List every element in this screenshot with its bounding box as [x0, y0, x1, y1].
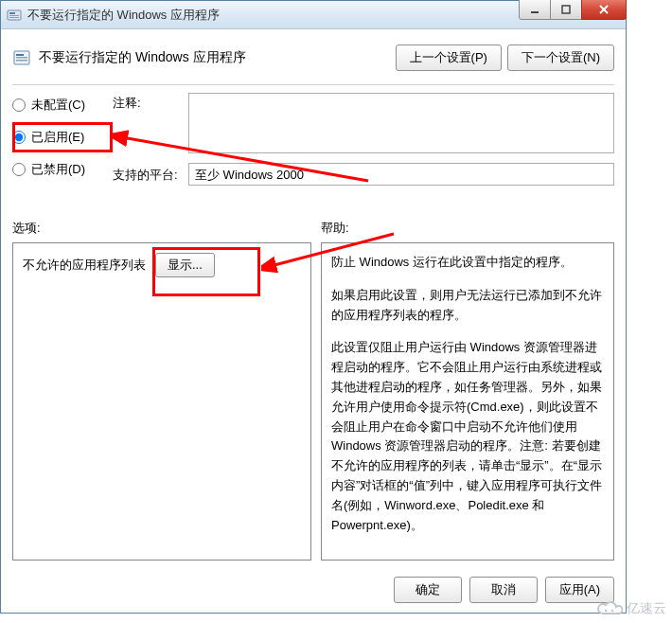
platform-label: 支持的平台: [113, 165, 181, 184]
panes: 不允许的应用程序列表 显示... 防止 Windows 运行在此设置中指定的程序… [12, 242, 614, 561]
supported-platform: 至少 Windows 2000 [188, 163, 614, 186]
radio-disabled[interactable]: 已禁用(D) [12, 161, 113, 178]
cancel-button[interactable]: 取消 [469, 577, 538, 603]
section-labels: 选项: 帮助: [12, 220, 614, 237]
nav-buttons: 上一个设置(P) 下一个设置(N) [396, 44, 614, 71]
svg-rect-9 [16, 54, 24, 56]
svg-rect-2 [9, 15, 19, 16]
platform-row: 支持的平台: 至少 Windows 2000 [113, 163, 614, 186]
help-pane: 防止 Windows 运行在此设置中指定的程序。 如果启用此设置，则用户无法运行… [321, 242, 614, 561]
client-area: 不要运行指定的 Windows 应用程序 上一个设置(P) 下一个设置(N) 未… [1, 29, 626, 570]
radio-not-configured-input[interactable] [12, 98, 26, 112]
window-title: 不要运行指定的 Windows 应用程序 [27, 7, 220, 24]
previous-setting-button[interactable]: 上一个设置(P) [396, 44, 502, 71]
dialog-window: 不要运行指定的 Windows 应用程序 [0, 0, 627, 614]
disallowed-list-label: 不允许的应用程序列表 [23, 256, 146, 276]
radio-disabled-label: 已禁用(D) [31, 161, 85, 178]
app-icon [7, 8, 22, 23]
radio-group: 未配置(C) 已启用(E) 已禁用(D) [12, 93, 113, 186]
header-row: 不要运行指定的 Windows 应用程序 上一个设置(P) 下一个设置(N) [12, 39, 614, 84]
show-button[interactable]: 显示... [155, 253, 215, 277]
ok-button[interactable]: 确定 [394, 577, 462, 603]
maximize-button[interactable] [550, 0, 582, 20]
apply-button[interactable]: 应用(A) [545, 577, 614, 603]
svg-rect-10 [16, 57, 27, 59]
minimize-icon [530, 5, 539, 14]
svg-rect-5 [562, 6, 570, 13]
comment-input[interactable] [188, 93, 614, 153]
minimize-button[interactable] [519, 0, 551, 20]
svg-point-14 [605, 610, 608, 613]
window-controls [520, 0, 627, 20]
cloud-icon [596, 600, 623, 617]
svg-rect-3 [9, 17, 19, 18]
radio-enabled-label: 已启用(E) [31, 129, 84, 146]
comment-row: 注释: [113, 93, 614, 153]
radio-not-configured-label: 未配置(C) [31, 97, 85, 114]
options-section-label: 选项: [12, 220, 321, 237]
config-row: 未配置(C) 已启用(E) 已禁用(D) 注释: 支持的平台: [12, 93, 614, 186]
help-section-label: 帮助: [321, 220, 349, 237]
radio-enabled-input[interactable] [12, 131, 26, 144]
svg-point-15 [611, 610, 614, 613]
help-paragraph: 防止 Windows 运行在此设置中指定的程序。 [331, 253, 604, 273]
watermark-text: 亿速云 [627, 600, 666, 617]
radio-disabled-input[interactable] [12, 163, 26, 176]
comment-label: 注释: [113, 93, 181, 153]
close-button[interactable] [581, 0, 627, 20]
policy-icon [12, 48, 31, 67]
maximize-icon [561, 5, 571, 14]
page-title: 不要运行指定的 Windows 应用程序 [39, 49, 396, 66]
next-setting-button[interactable]: 下一个设置(N) [507, 44, 614, 71]
help-paragraph: 如果启用此设置，则用户无法运行已添加到不允许的应用程序列表的程序。 [331, 286, 604, 326]
radio-enabled[interactable]: 已启用(E) [12, 129, 113, 146]
help-paragraph: 此设置仅阻止用户运行由 Windows 资源管理器进程启动的程序。它不会阻止用户… [331, 338, 604, 535]
dialog-footer: 确定 取消 应用(A) [394, 577, 614, 603]
svg-rect-1 [9, 12, 15, 14]
radio-not-configured[interactable]: 未配置(C) [12, 97, 113, 114]
options-pane: 不允许的应用程序列表 显示... [12, 242, 311, 561]
svg-rect-11 [16, 60, 27, 62]
close-icon [598, 4, 610, 15]
titlebar: 不要运行指定的 Windows 应用程序 [1, 1, 626, 29]
svg-rect-4 [531, 11, 539, 13]
divider [12, 84, 614, 85]
watermark: 亿速云 [596, 600, 666, 617]
disallowed-list-row: 不允许的应用程序列表 显示... [23, 253, 301, 277]
fields-column: 注释: 支持的平台: 至少 Windows 2000 [113, 93, 614, 186]
